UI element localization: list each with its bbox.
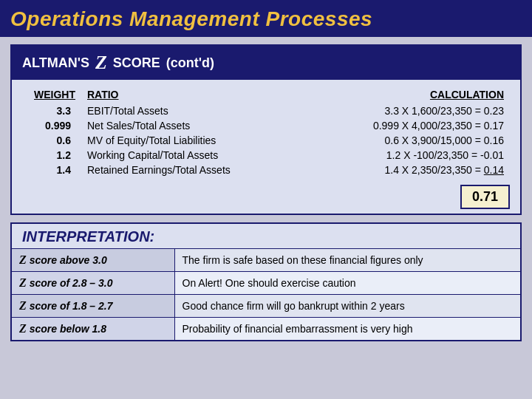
score-label: SCORE (113, 55, 160, 71)
total-box-row: 0.71 (12, 180, 520, 214)
cell-weight: 1.4 (22, 163, 81, 177)
cell-weight: 0.6 (22, 133, 81, 148)
interpretation-title: INTERPRETATION: (12, 224, 520, 248)
z-letter-interp: Z (19, 299, 27, 312)
table-row: 1.2Working Capital/Total Assets1.2 X -10… (22, 148, 510, 163)
z-letter-header: Z (95, 52, 107, 74)
col-header-weight: WEIGHT (22, 87, 81, 103)
cell-ratio: Net Sales/Total Assets (81, 118, 259, 133)
table-header-row: WEIGHT RATIO CALCULATION (22, 87, 510, 103)
table-row: 3.3EBIT/Total Assets3.3 X 1,600/23,350 =… (22, 103, 510, 118)
table-row: 0.6MV of Equity/Total Liabilities0.6 X 3… (22, 133, 510, 148)
cell-calculation: 1.4 X 2,350/23,350 = 0.14 (259, 163, 510, 177)
main-content-box: ALTMAN'S Z SCORE (cont'd) WEIGHT RATIO C… (10, 44, 522, 215)
interp-condition: Z score of 2.8 – 3.0 (12, 272, 174, 295)
interp-row: Z score below 1.8Probability of financia… (12, 318, 520, 341)
cell-weight: 3.3 (22, 103, 81, 118)
col-header-calculation: CALCULATION (259, 87, 510, 103)
interp-description: The firm is safe based on these financia… (174, 249, 520, 272)
z-letter-interp: Z (19, 276, 27, 289)
table-row: 0.999Net Sales/Total Assets0.999 X 4,000… (22, 118, 510, 133)
page-title: Operations Management Processes (0, 0, 532, 37)
cell-ratio: Working Capital/Total Assets (81, 148, 259, 163)
interp-description: On Alert! One should exercise caution (174, 272, 520, 295)
table-row: 1.4Retained Earnings/Total Assets1.4 X 2… (22, 163, 510, 177)
cell-weight: 1.2 (22, 148, 81, 163)
score-table: WEIGHT RATIO CALCULATION 3.3EBIT/Total A… (22, 87, 510, 177)
score-table-section: WEIGHT RATIO CALCULATION 3.3EBIT/Total A… (12, 80, 520, 180)
interp-condition: Z score below 1.8 (12, 318, 174, 341)
interp-row: Z score above 3.0The firm is safe based … (12, 249, 520, 272)
contd-label: (cont'd) (166, 55, 214, 71)
interp-condition: Z score of 1.8 – 2.7 (12, 295, 174, 318)
interp-description: Probability of financial embarrassment i… (174, 318, 520, 341)
z-letter-interp: Z (19, 322, 27, 335)
col-header-ratio: RATIO (81, 87, 259, 103)
cell-calculation: 3.3 X 1,600/23,350 = 0.23 (259, 103, 510, 118)
interp-condition: Z score above 3.0 (12, 249, 174, 272)
cell-calculation: 1.2 X -100/23,350 = -0.01 (259, 148, 510, 163)
cell-ratio: EBIT/Total Assets (81, 103, 259, 118)
altmans-label: ALTMAN'S (22, 55, 89, 71)
interp-row: Z score of 1.8 – 2.7Good chance firm wil… (12, 295, 520, 318)
interpretation-table: Z score above 3.0The firm is safe based … (12, 248, 520, 340)
cell-weight: 0.999 (22, 118, 81, 133)
z-letter-interp: Z (19, 253, 27, 266)
cell-ratio: Retained Earnings/Total Assets (81, 163, 259, 177)
cell-ratio: MV of Equity/Total Liabilities (81, 133, 259, 148)
interp-description: Good chance firm will go bankrupt within… (174, 295, 520, 318)
cell-calculation: 0.6 X 3,900/15,000 = 0.16 (259, 133, 510, 148)
interp-row: Z score of 2.8 – 3.0On Alert! One should… (12, 272, 520, 295)
cell-calculation: 0.999 X 4,000/23,350 = 0.17 (259, 118, 510, 133)
interpretation-section: INTERPRETATION: Z score above 3.0The fir… (10, 222, 522, 341)
altman-header: ALTMAN'S Z SCORE (cont'd) (12, 46, 520, 80)
total-score-box: 0.71 (460, 185, 510, 209)
